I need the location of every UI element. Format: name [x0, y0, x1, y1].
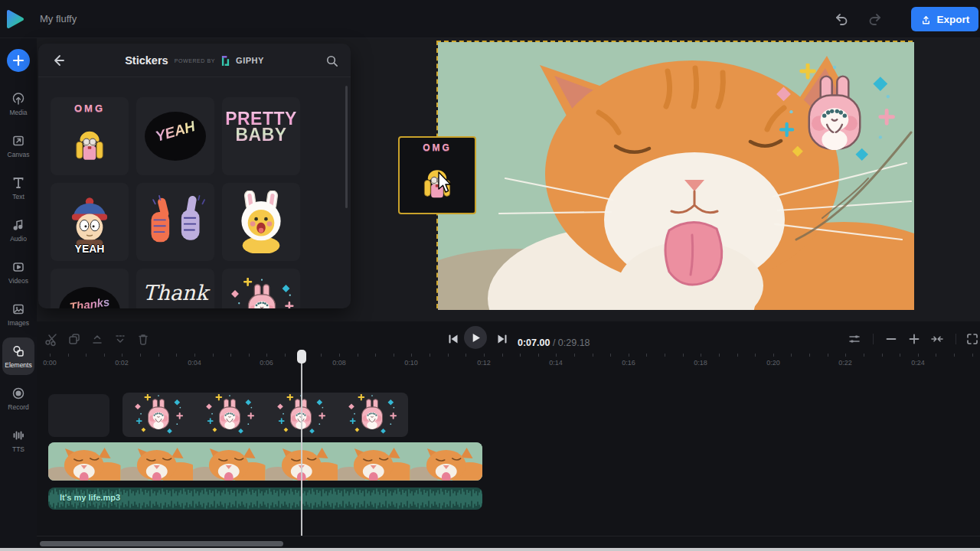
- ruler-label: 0:12: [477, 359, 491, 367]
- plus-icon: [12, 54, 24, 67]
- search-button[interactable]: [323, 52, 340, 69]
- bunny-sparkle-thumb: [131, 394, 186, 435]
- ruler-label: 0:16: [622, 359, 635, 367]
- sticker-item-pretty-baby[interactable]: PRETTY BABY: [222, 97, 300, 175]
- sidebar-item-tts[interactable]: TTS: [0, 419, 37, 461]
- record-icon: [11, 386, 26, 401]
- playhead-handle[interactable]: [297, 350, 306, 364]
- sidebar-item-label: Media: [9, 109, 27, 116]
- delete-button[interactable]: [136, 331, 151, 347]
- sidebar-item-elements[interactable]: Elements: [0, 335, 37, 377]
- trim-right-button[interactable]: [113, 331, 128, 347]
- app-logo-icon[interactable]: [3, 8, 26, 31]
- undo-icon: [834, 11, 849, 27]
- music-note-icon: [11, 217, 26, 233]
- sidebar-item-canvas[interactable]: Canvas: [0, 125, 37, 167]
- sticker-item-thanks[interactable]: Thanks: [51, 269, 129, 308]
- prev-frame-button[interactable]: [446, 331, 461, 347]
- project-title[interactable]: My fluffy: [40, 13, 77, 24]
- arrows-inward-icon: [929, 331, 945, 347]
- export-button[interactable]: Export: [911, 7, 978, 31]
- play-button[interactable]: [464, 326, 487, 349]
- sidebar-item-audio[interactable]: Audio: [0, 209, 37, 251]
- video-track-clip[interactable]: [48, 442, 482, 481]
- redo-button[interactable]: [865, 10, 885, 28]
- shapes-icon: [11, 344, 26, 359]
- sidebar-item-images[interactable]: Images: [0, 293, 37, 335]
- sidebar-item-label: Record: [8, 403, 28, 411]
- sticker-track-clip[interactable]: [122, 393, 408, 437]
- bunny-chick-art: [230, 191, 292, 253]
- app-window: My fluffy Export Media: [0, 0, 980, 551]
- sidebar-item-videos[interactable]: Videos: [0, 251, 37, 293]
- ruler-label: 0:20: [766, 359, 780, 367]
- time-display: 0:07.00 / 0:29.18: [518, 337, 590, 348]
- scrollbar-divider: [37, 536, 980, 536]
- sticker-item-stan-yeah[interactable]: YEAH: [51, 183, 129, 261]
- track-settings-button[interactable]: [847, 331, 862, 347]
- playhead-line: [301, 363, 302, 536]
- copy-icon: [67, 331, 82, 347]
- split-button[interactable]: [44, 331, 59, 347]
- sticker-item-thumbs-up[interactable]: [136, 183, 214, 261]
- trim-left-button[interactable]: [90, 331, 105, 347]
- dragged-sticker-omg[interactable]: OMG: [398, 136, 476, 214]
- chevron-up-line-icon: [90, 331, 105, 347]
- empty-clip-placeholder[interactable]: [48, 394, 109, 437]
- sidebar-item-media[interactable]: Media: [0, 83, 37, 125]
- giphy-brand-label: GIPHY: [236, 56, 264, 65]
- sticker-text: YEAH: [51, 243, 129, 255]
- audio-clip-label: It's my life.mp3: [60, 493, 120, 502]
- sidebar-item-label: TTS: [12, 445, 24, 453]
- ruler-label: 0:24: [911, 359, 925, 367]
- sticker-text: OMG: [400, 142, 475, 153]
- sticker-item-omg[interactable]: OMG: [51, 97, 129, 175]
- sidebar-item-label: Audio: [10, 235, 27, 243]
- sidebar-item-label: Elements: [5, 361, 31, 369]
- skip-forward-icon: [495, 331, 510, 347]
- audio-track-clip[interactable]: It's my life.mp3: [48, 487, 482, 510]
- sticker-item-yeah[interactable]: YEAH: [136, 97, 214, 175]
- ruler-label: 0:06: [260, 359, 273, 367]
- video-frame-thumb: [410, 442, 483, 481]
- sliders-icon: [847, 331, 862, 347]
- time-separator: /: [550, 337, 557, 348]
- bunny-sparkle-art: [230, 278, 294, 308]
- play-icon: [471, 333, 481, 343]
- sidebar-item-label: Videos: [8, 277, 28, 285]
- next-frame-button[interactable]: [495, 331, 510, 347]
- ruler-label: 0:18: [694, 359, 707, 367]
- panel-scrollbar[interactable]: [345, 86, 348, 208]
- video-frame-thumb: [193, 442, 266, 481]
- video-preview[interactable]: [436, 41, 913, 308]
- video-icon: [11, 259, 26, 275]
- sticker-item-thank[interactable]: Thank: [136, 269, 214, 308]
- bunny-sticker-overlay[interactable]: [773, 64, 896, 165]
- duplicate-button[interactable]: [67, 331, 82, 347]
- toolbar-divider: [956, 334, 956, 344]
- fit-timeline-button[interactable]: [929, 331, 945, 347]
- sticker-item-bunny-chick[interactable]: [222, 183, 300, 261]
- sticker-item-bunny-sparkle[interactable]: [222, 269, 300, 308]
- fullscreen-button[interactable]: [965, 331, 980, 347]
- undo-button[interactable]: [831, 10, 851, 28]
- zoom-in-button[interactable]: [906, 331, 922, 347]
- sidebar: Media Canvas Text Audio Videos: [0, 38, 37, 551]
- timeline-ruler[interactable]: 0:00 0:02 0:04 0:06 0:08 0:10 0:12 0:14 …: [37, 354, 980, 370]
- scissors-icon: [44, 331, 59, 347]
- image-icon: [11, 302, 26, 317]
- chevron-down-line-icon: [113, 331, 128, 347]
- minus-icon: [884, 331, 899, 347]
- timeline-scrollbar[interactable]: [40, 541, 283, 546]
- video-frame-thumb: [338, 442, 410, 481]
- text-icon: [11, 175, 26, 191]
- stan-art: [61, 195, 118, 249]
- sidebar-item-label: Images: [8, 319, 29, 327]
- add-media-button[interactable]: [7, 49, 30, 72]
- zoom-out-button[interactable]: [884, 331, 899, 347]
- ruler-label: 0:08: [332, 359, 346, 367]
- sidebar-item-label: Canvas: [8, 151, 30, 158]
- canvas-icon: [11, 133, 26, 148]
- sidebar-item-text[interactable]: Text: [0, 167, 37, 209]
- sidebar-item-record[interactable]: Record: [0, 377, 37, 419]
